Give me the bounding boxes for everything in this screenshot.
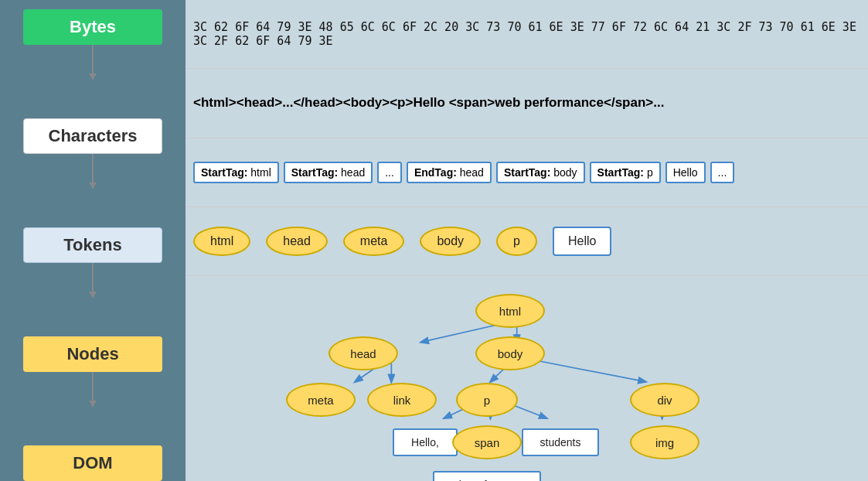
dom-node-meta: meta (286, 383, 356, 417)
token-label: StartTag: (291, 166, 338, 179)
dom-node-body: body (475, 336, 545, 370)
dom-node-html: html (475, 294, 545, 328)
node-body: body (420, 227, 481, 256)
bytes-label: Bytes (23, 9, 162, 45)
dom-node-students: students (522, 428, 599, 456)
token-startag-head: StartTag: head (284, 162, 373, 183)
node-head: head (266, 227, 328, 256)
characters-label: Characters (23, 118, 162, 155)
token-label: StartTag: (201, 166, 247, 179)
node-hello: Hello (553, 227, 611, 256)
token-ellipsis-2: ... (710, 162, 735, 183)
characters-row: <html><head>...</head><body><p>Hello <sp… (186, 69, 868, 138)
bytes-row: 3C 62 6F 64 79 3E 48 65 6C 6C 6F 2C 20 3… (186, 0, 868, 69)
tokens-label: Tokens (23, 227, 162, 264)
dom-node-span: span (452, 425, 522, 459)
characters-text: <html><head>...</head><body><p>Hello <sp… (193, 95, 664, 111)
dom-overlay: html head body meta link p div Hello, sp… (186, 276, 868, 481)
nodes-list: html head meta body p Hello (193, 227, 611, 256)
tokens-row: StartTag: html StartTag: head ... EndTag… (186, 138, 868, 207)
dom-node-hello: Hello, (393, 428, 458, 456)
token-label: StartTag: (504, 166, 550, 179)
token-label: EndTag: (414, 166, 457, 179)
dom-node-webperformance: web performance (433, 471, 541, 481)
bytes-text: 3C 62 6F 64 79 3E 48 65 6C 6C 6F 2C 20 3… (193, 20, 860, 48)
token-startag-html: StartTag: html (193, 162, 279, 183)
token-label: StartTag: (597, 166, 644, 179)
dom-node-head: head (328, 336, 398, 370)
dom-node-p: p (456, 383, 518, 417)
sidebar: Bytes Characters Tokens Nodes DOM (0, 0, 186, 481)
dom-node-img: img (630, 425, 700, 459)
node-p: p (496, 227, 537, 256)
nodes-label: Nodes (23, 336, 162, 372)
main-container: Bytes Characters Tokens Nodes DOM 3C 62 … (0, 0, 868, 481)
node-meta: meta (343, 227, 405, 256)
tokens-list: StartTag: html StartTag: head ... EndTag… (193, 162, 734, 183)
node-html: html (193, 227, 250, 256)
token-startag-p: StartTag: p (590, 162, 661, 183)
dom-section: html head body meta link p div Hello, sp… (186, 276, 868, 481)
nodes-row: html head meta body p Hello (186, 207, 868, 276)
dom-node-link: link (367, 383, 437, 417)
token-startag-body: StartTag: body (496, 162, 585, 183)
token-endtag-head: EndTag: head (407, 162, 492, 183)
dom-label: DOM (23, 445, 162, 481)
content-area: 3C 62 6F 64 79 3E 48 65 6C 6C 6F 2C 20 3… (186, 0, 868, 481)
token-text-hello: Hello (665, 162, 706, 183)
token-ellipsis-1: ... (377, 162, 402, 183)
dom-node-div: div (630, 383, 700, 417)
